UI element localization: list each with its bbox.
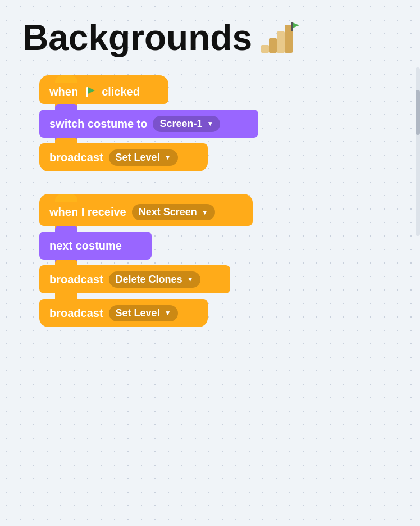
- when-receive-block[interactable]: when I receive Next Screen ▼: [39, 194, 253, 226]
- page-title: Backgrounds: [22, 17, 398, 58]
- svg-rect-6: [86, 87, 88, 97]
- nextscreen-value: Next Screen: [139, 206, 197, 218]
- broadcast-label-1: broadcast: [49, 151, 103, 164]
- screen1-dropdown[interactable]: Screen-1 ▼: [153, 116, 220, 132]
- screen1-arrow: ▼: [207, 120, 214, 128]
- broadcast-label-2: broadcast: [49, 273, 103, 286]
- scrollbar-thumb[interactable]: [416, 90, 420, 135]
- svg-rect-4: [291, 22, 293, 31]
- svg-rect-1: [269, 38, 277, 53]
- svg-rect-0: [261, 45, 269, 53]
- setlevel-value-2: Set Level: [116, 307, 160, 319]
- svg-rect-2: [277, 31, 285, 53]
- svg-marker-5: [293, 22, 299, 28]
- switch-costume-block[interactable]: switch costume to Screen-1 ▼: [39, 110, 258, 138]
- block-group-1: when clicked switch costume to Screen-1 …: [39, 75, 398, 171]
- deleteclones-dropdown[interactable]: Delete Clones ▼: [109, 271, 200, 288]
- when-receive-label: when I receive: [49, 206, 126, 219]
- green-flag-icon: [84, 86, 96, 98]
- setlevel-dropdown-1[interactable]: Set Level ▼: [109, 149, 178, 166]
- setlevel-arrow-1: ▼: [165, 153, 171, 161]
- next-costume-block[interactable]: next costume: [39, 232, 152, 260]
- broadcast-setlevel-block-2[interactable]: broadcast Set Level ▼: [39, 299, 208, 327]
- scrollbar[interactable]: [416, 67, 420, 236]
- deleteclones-value: Delete Clones: [116, 274, 182, 285]
- nextscreen-dropdown[interactable]: Next Screen ▼: [132, 204, 215, 220]
- block-group-2: when I receive Next Screen ▼ next costum…: [39, 194, 398, 327]
- nextscreen-arrow: ▼: [202, 208, 208, 216]
- title-text: Backgrounds: [22, 17, 252, 58]
- svg-marker-7: [88, 87, 95, 94]
- sprite-icon: [261, 22, 300, 53]
- setlevel-arrow-2: ▼: [165, 309, 171, 317]
- broadcast-setlevel-block-1[interactable]: broadcast Set Level ▼: [39, 143, 208, 171]
- broadcast-deleteclones-block[interactable]: broadcast Delete Clones ▼: [39, 265, 230, 293]
- clicked-label: clicked: [102, 85, 140, 98]
- broadcast-label-3: broadcast: [49, 307, 103, 320]
- next-costume-label: next costume: [49, 239, 122, 252]
- screen1-value: Screen-1: [159, 118, 202, 130]
- setlevel-dropdown-2[interactable]: Set Level ▼: [109, 305, 178, 321]
- when-clicked-block[interactable]: when clicked: [39, 75, 168, 104]
- deleteclones-arrow: ▼: [187, 275, 194, 283]
- when-label: when: [49, 85, 78, 98]
- setlevel-value-1: Set Level: [116, 152, 160, 164]
- switch-costume-label: switch costume to: [49, 117, 147, 130]
- main-page: Backgrounds when clicked switch cos: [0, 0, 420, 526]
